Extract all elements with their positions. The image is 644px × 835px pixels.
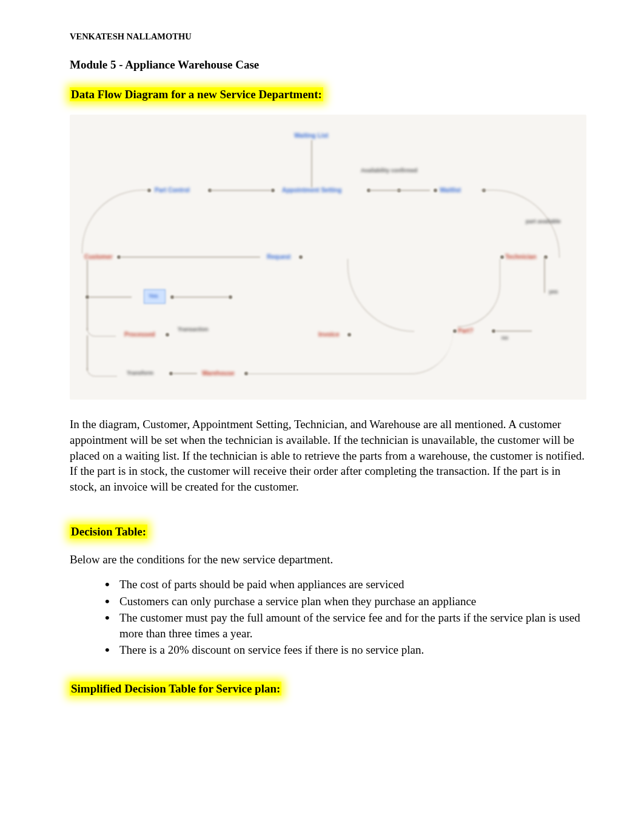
- list-item: The cost of parts should be paid when ap…: [105, 577, 586, 592]
- diagram-label: yes: [549, 288, 558, 296]
- diagram-label: Availability confirmed: [361, 167, 417, 175]
- explanation-paragraph: In the diagram, Customer, Appointment Se…: [70, 417, 586, 494]
- diagram-label: part available: [526, 218, 561, 226]
- diagram-label: Request: [267, 253, 290, 261]
- diagram-label: Waitlist: [440, 186, 461, 195]
- diagram-label: Technician: [505, 253, 537, 261]
- diagram-label: Processed: [124, 330, 155, 339]
- conditions-intro: Below are the conditions for the new ser…: [70, 552, 586, 568]
- conditions-list: The cost of parts should be paid when ap…: [105, 577, 586, 658]
- diagram-label: Appointment Setting: [282, 186, 341, 195]
- section-heading-dfd: Data Flow Diagram for a new Service Depa…: [70, 87, 323, 101]
- section-heading-decision-table: Decision Table:: [70, 525, 147, 538]
- diagram-label: Waiting List: [294, 132, 328, 140]
- list-item: There is a 20% discount on service fees …: [105, 642, 586, 658]
- author-name: VENKATESH NALLAMOTHU: [70, 30, 586, 42]
- list-item: The customer must pay the full amount of…: [105, 610, 586, 641]
- diagram-label: Transform: [127, 369, 153, 377]
- diagram-label: Part Control: [155, 186, 190, 195]
- diagram-label: no: [501, 334, 508, 342]
- diagram-label: Yes: [149, 292, 158, 300]
- section-heading-simplified-table: Simplified Decision Table for Service pl…: [70, 682, 281, 696]
- diagram-label: Warehouse: [202, 369, 235, 378]
- diagram-label: Part?: [458, 327, 474, 335]
- diagram-label: Transaction: [178, 326, 209, 334]
- diagram-label: Customer: [84, 253, 113, 261]
- data-flow-diagram: Waiting List Part Control Appointment Se…: [70, 115, 586, 400]
- list-item: Customers can only purchase a service pl…: [105, 594, 586, 609]
- page-title: Module 5 - Appliance Warehouse Case: [70, 57, 586, 73]
